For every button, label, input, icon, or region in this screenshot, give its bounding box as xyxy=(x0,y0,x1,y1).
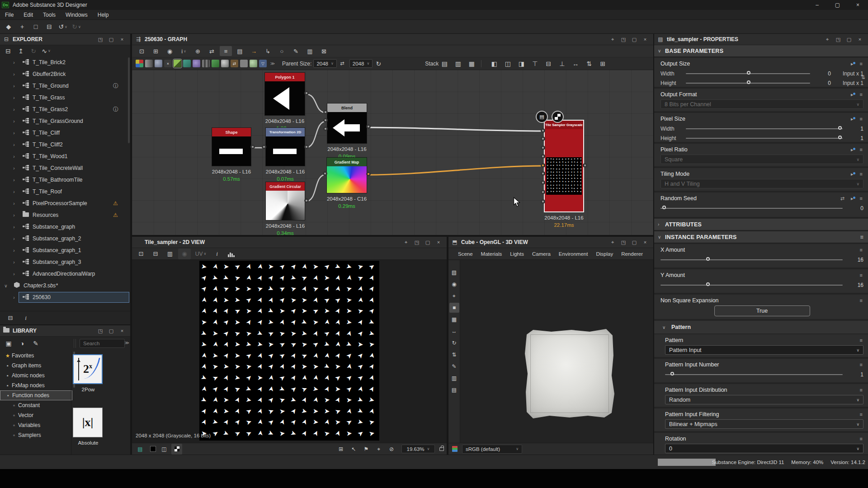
align-middle-icon[interactable]: ⊟ xyxy=(542,58,554,69)
pattern-input-filtering-select[interactable]: Bilinear + Mipmaps∨ xyxy=(665,419,863,429)
reload-image-icon[interactable]: ◉ xyxy=(178,249,191,259)
function-icon[interactable]: ▸ xyxy=(851,116,854,122)
input-connector[interactable] xyxy=(541,145,545,150)
function-icon[interactable]: ▸ xyxy=(851,196,854,202)
histogram-icon[interactable] xyxy=(228,251,235,257)
library-category-constant[interactable]: ▫Constant xyxy=(0,400,72,410)
output-connector[interactable] xyxy=(366,124,371,129)
library-category-variables[interactable]: ▫Variables xyxy=(0,420,72,430)
rotate-icon[interactable]: ↻ xyxy=(449,338,459,348)
section-base-parameters[interactable]: ∨ BASE PARAMETERS xyxy=(654,45,868,57)
close-panel-icon[interactable]: × xyxy=(117,328,127,334)
view3d-viewport[interactable] xyxy=(461,260,653,443)
library-node-2pow[interactable]: 2x xyxy=(73,354,103,384)
pattern-input-number-slider[interactable] xyxy=(665,374,843,375)
channels-icon[interactable]: ▤ xyxy=(135,444,146,455)
menu-help[interactable]: Help xyxy=(93,10,114,20)
explorer-item-chapter3-sbs[interactable]: ∨Chapter3.sbs* xyxy=(0,280,130,291)
align-center-icon[interactable]: ◫ xyxy=(502,58,514,69)
graph-node-transformation-2d[interactable]: Transformation 2D xyxy=(265,127,305,166)
menu-icon[interactable]: ≡ xyxy=(860,171,863,177)
graph-node-polygon-1[interactable]: Polygon 1 xyxy=(264,72,305,116)
section-instance-parameters[interactable]: ∨ INSTANCE PARAMETERS ≡ xyxy=(654,231,868,243)
random-seed-slider[interactable] xyxy=(660,208,843,209)
output-connector[interactable] xyxy=(304,198,309,203)
minimize-window-icon[interactable]: – xyxy=(807,0,827,10)
pattern-group-header[interactable]: ∨ Pattern xyxy=(654,321,868,333)
view3d-menu-lights[interactable]: Lights xyxy=(506,249,528,259)
explorer-item-resources[interactable]: ›Resources⚠ xyxy=(0,209,130,221)
info-icon[interactable]: i∨ xyxy=(178,46,190,56)
explorer-item-t-tile-cliff[interactable]: ›T_Tile_Cliff xyxy=(0,127,130,139)
graph-node-blend[interactable]: Blend xyxy=(327,103,367,144)
snap-grid-icon[interactable]: ⊞ xyxy=(597,58,609,69)
filter-all-icon[interactable] xyxy=(136,60,143,67)
fit-view-icon[interactable]: ⊡ xyxy=(136,46,148,56)
profiler-icon[interactable]: ▥ xyxy=(304,46,316,56)
chevron-right-icon[interactable]: › xyxy=(11,142,17,147)
pattern-select[interactable]: Pattern Input∨ xyxy=(665,345,863,355)
input-connector[interactable] xyxy=(541,180,545,185)
view3d-menu-camera[interactable]: Camera xyxy=(528,249,555,259)
save-icon[interactable]: ⊟ xyxy=(43,21,55,32)
node-badge-document-icon[interactable]: ▤ xyxy=(536,111,548,123)
library-category-atomic-nodes[interactable]: ▪Atomic nodes xyxy=(0,371,72,380)
grid-snap-icon[interactable]: ⊠ xyxy=(318,46,330,56)
tree-view-icon[interactable]: ⊟ xyxy=(4,313,17,324)
dock-icon[interactable]: ◳ xyxy=(833,37,844,42)
align-left-icon[interactable]: ◧ xyxy=(488,58,500,69)
explorer-item-250630[interactable]: ›250630 xyxy=(0,291,130,303)
function-icon[interactable]: ▸ xyxy=(851,92,854,98)
library-category-graph-items[interactable]: ▪Graph items xyxy=(0,361,72,371)
explorer-item-t-tile-cliff2[interactable]: ›T_Tile_Cliff2 xyxy=(0,139,130,150)
grid-toggle-icon[interactable]: ◫ xyxy=(159,444,170,455)
info-icon[interactable]: i xyxy=(211,249,223,259)
background-color-swatch[interactable] xyxy=(150,446,156,452)
explorer-item-pixelprocessorsample[interactable]: ›PixelProcessorSample⚠ xyxy=(0,197,130,209)
elbow-links-icon[interactable]: ↳ xyxy=(262,46,274,56)
library-node-absolute[interactable]: |x| xyxy=(73,408,103,437)
filter-gray-icon[interactable] xyxy=(240,60,248,67)
copy-image-icon[interactable]: ⊡ xyxy=(135,249,147,259)
function-icon[interactable]: ▸ xyxy=(851,61,854,67)
filter-link-icon[interactable]: ⇄ xyxy=(231,60,238,67)
tools-icon[interactable]: ✎ xyxy=(290,46,302,56)
library-category-function-nodes[interactable]: ▪Function nodes xyxy=(0,390,72,400)
menu-icon[interactable]: ≡ xyxy=(860,436,863,441)
zoom-icon[interactable]: ⊕ xyxy=(192,46,204,56)
straight-links-icon[interactable]: → xyxy=(248,46,260,56)
view3d-menu-materials[interactable]: Materials xyxy=(477,249,506,259)
tiling-icon[interactable]: ⊞ xyxy=(335,444,346,455)
view3d-menu-display[interactable]: Display xyxy=(592,249,617,259)
maximize-panel-icon[interactable]: ▢ xyxy=(629,37,640,42)
filter-gradient-icon[interactable] xyxy=(145,60,153,67)
explorer-item-t-tile-wood1[interactable]: ›T_Tile_Wood1 xyxy=(0,150,130,162)
maximize-window-icon[interactable]: ▢ xyxy=(827,0,848,10)
explorer-item-t-tile-bathroomtile[interactable]: ›T_Tile_BathroomTile xyxy=(0,174,130,186)
new-substance-icon[interactable]: + xyxy=(16,21,28,32)
chevron-right-icon[interactable]: › xyxy=(11,131,17,136)
output-connector[interactable] xyxy=(304,145,309,149)
lock-zoom-icon[interactable] xyxy=(439,447,444,451)
colorspace-select[interactable]: sRGB (default)∨ xyxy=(462,445,522,454)
explorer-item-t-tile-ground[interactable]: ›T_Tile_Groundⓘ xyxy=(0,80,130,92)
uv-checker-icon[interactable]: ▦ xyxy=(449,314,459,324)
chevron-right-icon[interactable]: › xyxy=(11,60,17,65)
open-icon[interactable]: □ xyxy=(30,21,42,32)
input-connector[interactable] xyxy=(541,163,545,168)
graph-view-icon[interactable]: ≡ xyxy=(220,46,232,56)
filter-atlas-icon[interactable] xyxy=(183,60,191,67)
align-bottom-icon[interactable]: ⊥ xyxy=(556,58,568,69)
distribute-h-icon[interactable]: ↔ xyxy=(570,58,581,69)
stack-new-icon[interactable]: ▤ xyxy=(439,58,450,69)
add-library-folder-icon[interactable]: ▣ xyxy=(3,338,14,349)
no-filter-icon[interactable]: ⊘ xyxy=(386,444,397,455)
pin-scene-icon[interactable]: ⌖ xyxy=(449,291,459,301)
menu-icon[interactable]: ≡ xyxy=(860,298,863,303)
output-connector[interactable] xyxy=(583,163,587,168)
menu-icon[interactable]: ≡ xyxy=(860,61,863,67)
pin-icon[interactable]: ⌖ xyxy=(607,239,618,245)
rotation-input[interactable]: 0∨ xyxy=(665,444,863,453)
stats-icon[interactable]: ▤ xyxy=(449,385,459,395)
filter-cube-icon[interactable] xyxy=(212,60,219,67)
